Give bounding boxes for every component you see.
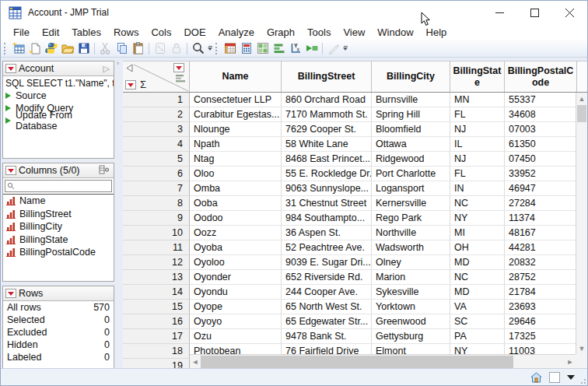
table-cell[interactable]: Oloo (190, 167, 282, 181)
table-cell[interactable]: NC (450, 270, 505, 285)
menu-item-tools[interactable]: Tools (301, 24, 337, 40)
table-cell[interactable]: Ooba (190, 196, 282, 211)
table-cell[interactable]: MI (450, 226, 505, 240)
table-cell[interactable]: Bloomfield (372, 122, 450, 137)
menu-item-graph[interactable]: Graph (261, 24, 301, 40)
vertical-scrollbar[interactable]: ▲ ▼ (576, 93, 587, 354)
table-cell[interactable]: Sykesville (372, 285, 450, 300)
scroll-left-arrow[interactable]: ◄ (190, 355, 201, 369)
formula-calculator-icon[interactable] (238, 40, 254, 57)
row-number[interactable]: 3 (123, 122, 190, 137)
new-journal-icon[interactable] (26, 40, 43, 57)
column-header-billingstreet[interactable]: BillingStreet (282, 61, 372, 92)
table-cell[interactable]: Spring Hill (372, 107, 450, 122)
table-cell[interactable]: Nlounge (190, 122, 282, 137)
table-cell[interactable]: Oozz (190, 226, 282, 240)
columns-list-item-name[interactable]: Name (3, 195, 114, 208)
table-cell[interactable]: 33952 (505, 167, 577, 181)
table-cell[interactable]: 17325 (505, 329, 577, 344)
column-header-billingpostalcode[interactable]: BillingPostalCode (505, 61, 577, 92)
row-number[interactable]: 14 (123, 285, 190, 300)
copy-icon[interactable] (114, 40, 130, 57)
table-cell[interactable]: 07003 (505, 122, 577, 137)
grid-corner-cell[interactable]: Σ (123, 61, 190, 92)
table-cell[interactable]: Oyondu (190, 285, 282, 300)
table-cell[interactable]: Ozu (190, 329, 282, 344)
menu-item-file[interactable]: File (7, 24, 36, 40)
menu-item-rows[interactable]: Rows (107, 24, 145, 40)
table-cell[interactable]: 52 Peachtree Ave. (282, 240, 372, 255)
rows-stat-selected[interactable]: Selected0 (3, 314, 114, 326)
table-cell[interactable]: Gettysburg (372, 329, 450, 344)
status-dropdown-caret[interactable] (567, 375, 575, 380)
menu-item-cols[interactable]: Cols (145, 24, 177, 40)
horizontal-scrollbar[interactable]: ◄ ► (190, 354, 576, 368)
columns-red-triangle-button[interactable] (5, 166, 16, 175)
home-icon[interactable] (530, 372, 542, 383)
rows-stat-excluded[interactable]: Excluded0 (3, 326, 114, 339)
column-header-billingstate[interactable]: BillingState (450, 61, 505, 92)
row-number[interactable]: 10 (123, 226, 190, 240)
table-cell[interactable]: 21784 (505, 285, 577, 300)
account-action-update-from-database[interactable]: Update From Database (3, 114, 114, 127)
table-cell[interactable]: 36 Aspen St. (282, 226, 372, 240)
splitter-collapse-icon[interactable]: › (117, 59, 119, 67)
table-cell[interactable]: Oyope (190, 300, 282, 314)
row-number[interactable]: 5 (123, 152, 190, 167)
table-cell[interactable]: MN (450, 93, 505, 107)
row-number[interactable]: 12 (123, 255, 190, 270)
run-script-icon[interactable] (303, 40, 320, 57)
table-cell[interactable]: 11374 (505, 211, 577, 226)
row-number[interactable]: 1 (123, 93, 190, 107)
table-cell[interactable]: 44281 (505, 240, 577, 255)
table-cell[interactable]: Oyoba (190, 240, 282, 255)
row-number[interactable]: 7 (123, 181, 190, 196)
menu-item-edit[interactable]: Edit (36, 24, 65, 40)
columns-search-box[interactable] (5, 180, 112, 192)
resize-grip-icon[interactable] (579, 377, 586, 384)
row-number[interactable]: 2 (123, 107, 190, 122)
row-number[interactable]: 11 (123, 240, 190, 255)
table-cell[interactable]: 9039 E. Sugar Dri... (282, 255, 372, 270)
scroll-right-arrow[interactable]: ► (565, 355, 576, 369)
table-cell[interactable]: Port Charlotte (372, 167, 450, 181)
table-cell[interactable]: 9063 Sunnyslope... (282, 181, 372, 196)
table-cell[interactable]: 61350 (505, 137, 577, 152)
table-cell[interactable]: Consectetuer LLP (190, 93, 282, 107)
zoom-icon[interactable] (190, 40, 206, 57)
python-script-icon[interactable] (43, 40, 59, 57)
table-cell[interactable]: 65 North West St. (282, 300, 372, 314)
table-cell[interactable]: NC (450, 196, 505, 211)
table-cell[interactable]: 27284 (505, 196, 577, 211)
table-cell[interactable]: 7629 Cooper St. (282, 122, 372, 137)
table-cell[interactable]: IL (450, 137, 505, 152)
close-button[interactable] (552, 1, 587, 24)
account-red-triangle-button[interactable] (5, 64, 16, 73)
rows-stat-hidden[interactable]: Hidden0 (3, 339, 114, 351)
table-cell[interactable]: Ottawa (372, 137, 450, 152)
row-number[interactable]: 16 (123, 314, 190, 329)
table-cell[interactable]: Wadsworth (372, 240, 450, 255)
table-cell[interactable]: VA (450, 300, 505, 314)
table-cell[interactable]: OH (450, 240, 505, 255)
table-cell[interactable]: Greenwood (372, 314, 450, 329)
toolbar-grip[interactable] (215, 43, 219, 54)
columns-list-item-billingpostalcode[interactable]: BillingPostalCode (3, 246, 114, 259)
panel-splitter[interactable]: › (116, 58, 123, 368)
table-cell[interactable]: PA (450, 329, 505, 344)
columns-red-triangle-button[interactable] (173, 63, 184, 72)
table-cell[interactable]: Logansport (372, 181, 450, 196)
fit-y-by-x-icon[interactable]: Yx (287, 40, 303, 57)
table-cell[interactable]: Burnsville (372, 93, 450, 107)
toolbar-grip[interactable] (4, 43, 7, 54)
table-cell[interactable]: Rego Park (372, 211, 450, 226)
table-cell[interactable]: 9478 Bank St. (282, 329, 372, 344)
table-cell[interactable]: 58 White Lane (282, 137, 372, 152)
row-number[interactable]: 6 (123, 167, 190, 181)
table-cell[interactable]: 55337 (505, 93, 577, 107)
rows-red-triangle-button[interactable] (125, 80, 136, 89)
columns-triangle-icon[interactable] (126, 64, 133, 72)
column-header-name[interactable]: Name (190, 61, 282, 92)
table-cell[interactable]: MD (450, 255, 505, 270)
account-action-source[interactable]: Source (3, 89, 114, 102)
